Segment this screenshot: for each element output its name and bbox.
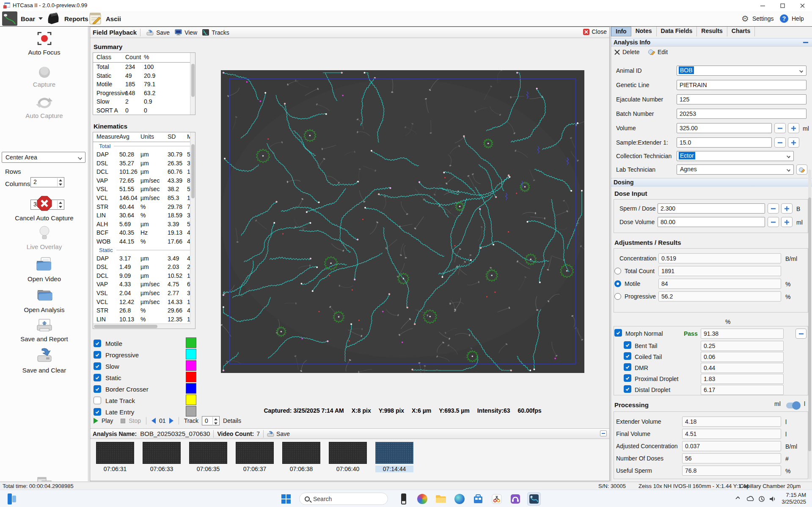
chevron-down-icon[interactable] bbox=[39, 17, 43, 20]
open-video-button[interactable]: Open Video bbox=[0, 256, 88, 282]
taskbar-app-3[interactable] bbox=[509, 492, 522, 506]
lab-technician-select[interactable]: Agnes bbox=[677, 164, 794, 175]
kinematics-row[interactable]: ALH5.69µm3.395 bbox=[93, 220, 195, 229]
video-thumbnail[interactable] bbox=[282, 442, 320, 464]
summary-row[interactable]: Static4920.9 bbox=[93, 71, 195, 80]
stop-icon[interactable] bbox=[121, 419, 125, 423]
tray-icon-2[interactable] bbox=[757, 492, 767, 506]
sperm-dose-increment-button[interactable] bbox=[781, 203, 793, 214]
stepper-arrows-icon[interactable] bbox=[57, 178, 63, 186]
distal-droplet-checkbox[interactable] bbox=[624, 385, 631, 393]
kinematics-row[interactable]: DAP50.28µm30.795 bbox=[93, 150, 195, 159]
capture-area-select[interactable]: Center Area bbox=[2, 152, 85, 163]
proximal-droplet-field[interactable]: 1.83 bbox=[701, 374, 784, 384]
number-of-doses-field[interactable]: 56 bbox=[682, 453, 781, 463]
taskbar-app-2[interactable] bbox=[416, 492, 429, 506]
maximize-button[interactable] bbox=[774, 0, 791, 11]
taskbar-snipping-tool[interactable] bbox=[490, 492, 504, 506]
coiled-tail-checkbox[interactable] bbox=[624, 352, 631, 360]
legend-item-static[interactable]: Static bbox=[94, 373, 195, 383]
cancel-auto-capture-button[interactable]: Cancel Auto Capture bbox=[0, 195, 88, 222]
batch-number-field[interactable]: 20253 bbox=[677, 109, 806, 119]
summary-row[interactable]: Progressive14863.2 bbox=[93, 89, 195, 98]
taskbar-clock[interactable]: 7:15 AM 3/25/2025 bbox=[782, 492, 806, 505]
analysis-info-header[interactable]: Analysis Info bbox=[611, 38, 812, 47]
minimize-button[interactable] bbox=[754, 0, 771, 11]
save-and-report-button[interactable]: Save and Report bbox=[0, 318, 88, 343]
collection-technician-select[interactable]: Ector bbox=[677, 151, 794, 161]
volume-field[interactable]: 325.00 bbox=[677, 123, 772, 133]
taskbar-widgets-icon[interactable] bbox=[5, 492, 19, 506]
kinematics-row[interactable]: DSL35.27µm26.353 bbox=[93, 159, 195, 168]
dose-volume-decrement-button[interactable] bbox=[768, 217, 779, 227]
extender-decrement-button[interactable] bbox=[774, 137, 786, 148]
video-thumbnail[interactable] bbox=[375, 442, 413, 464]
total-count-radio[interactable] bbox=[614, 268, 621, 274]
extender-increment-button[interactable] bbox=[788, 137, 799, 148]
auto-capture-button[interactable]: Auto Capture bbox=[0, 93, 88, 119]
sperm-dose-decrement-button[interactable] bbox=[768, 203, 779, 214]
checkbox[interactable] bbox=[94, 385, 101, 393]
start-button[interactable] bbox=[279, 492, 293, 506]
dose-volume-increment-button[interactable] bbox=[781, 217, 793, 227]
collapse-strip-button[interactable] bbox=[600, 430, 607, 436]
kinematics-row[interactable]: VCL12.42µm/sec14.331 bbox=[93, 298, 195, 307]
settings-button[interactable]: ⚙ Settings bbox=[741, 11, 774, 26]
close-field-button[interactable]: Close bbox=[583, 28, 607, 35]
capture-button[interactable]: Capture bbox=[0, 66, 88, 88]
save-field-button[interactable]: Save bbox=[144, 29, 172, 36]
legend-item-progressive[interactable]: Progressive bbox=[94, 350, 195, 360]
distal-droplet-field[interactable]: 6.17 bbox=[701, 385, 784, 395]
extender-volume-field[interactable]: 4.18 bbox=[682, 417, 781, 427]
tab-charts[interactable]: Charts bbox=[727, 27, 755, 36]
checkbox[interactable] bbox=[94, 351, 101, 359]
reports-menu-button[interactable]: Reports bbox=[46, 11, 88, 26]
save-icon[interactable] bbox=[267, 430, 274, 437]
checkbox[interactable] bbox=[94, 374, 101, 381]
video-thumbnail[interactable] bbox=[236, 442, 274, 464]
animal-id-select[interactable]: BOB bbox=[677, 66, 806, 76]
legend-item-slow[interactable]: Slow bbox=[94, 361, 195, 371]
legend-item-motile[interactable]: Motile bbox=[94, 338, 195, 348]
bent-tail-field[interactable]: 0.25 bbox=[701, 341, 784, 351]
morph-normal-checkbox[interactable] bbox=[614, 329, 622, 337]
summary-row[interactable]: Slow20.9 bbox=[93, 97, 195, 106]
tab-info[interactable]: Info bbox=[611, 27, 631, 36]
summary-row[interactable]: SORT A00 bbox=[93, 106, 195, 115]
summary-row[interactable]: Total234100 bbox=[93, 63, 195, 71]
genetic-line-field[interactable]: PIETRAIN bbox=[677, 80, 806, 90]
morph-collapse-button[interactable] bbox=[795, 329, 806, 339]
tray-icon-3[interactable] bbox=[768, 492, 778, 506]
kinematics-row[interactable]: VAP4.33µm/sec4.756 bbox=[93, 280, 195, 289]
video-thumbnail[interactable] bbox=[189, 442, 227, 464]
kinematics-row[interactable]: BCF40.35Hz19.134 bbox=[93, 228, 195, 237]
edit-technicians-button[interactable] bbox=[796, 164, 807, 175]
kinematics-row[interactable]: STR26.8%29.664 bbox=[93, 306, 195, 315]
tray-expand-icon[interactable] bbox=[735, 496, 740, 500]
kinematics-row[interactable]: WOB44.15%17.664 bbox=[93, 237, 195, 246]
checkbox[interactable] bbox=[94, 340, 101, 347]
auto-focus-button[interactable]: Auto Focus bbox=[0, 30, 88, 56]
tab-data-fields[interactable]: Data Fields bbox=[657, 27, 697, 36]
kinematics-row[interactable]: LIN30.64%18.593 bbox=[93, 211, 195, 220]
view-button[interactable]: View bbox=[172, 29, 200, 36]
kinematics-row[interactable]: DCL9.09µm10.521 bbox=[93, 271, 195, 280]
details-label[interactable]: Details bbox=[223, 417, 241, 424]
previous-frame-icon[interactable] bbox=[151, 418, 156, 424]
kinematics-row[interactable]: VSL2.04µm/sec2.773 bbox=[93, 289, 195, 298]
checkbox[interactable] bbox=[94, 408, 101, 416]
progressive-field[interactable]: 56.2 bbox=[658, 291, 781, 301]
concentration-field[interactable]: 0.519 bbox=[658, 253, 781, 263]
taskbar-store[interactable] bbox=[471, 492, 485, 506]
kinematics-row[interactable]: VCL146.04µm/sec85.31 bbox=[93, 194, 195, 203]
volume-decrement-button[interactable] bbox=[774, 123, 786, 133]
proximal-droplet-checkbox[interactable] bbox=[624, 374, 631, 382]
checkbox[interactable] bbox=[94, 362, 101, 370]
unit-toggle[interactable] bbox=[786, 403, 800, 408]
play-label[interactable]: Play bbox=[102, 417, 113, 424]
ejaculate-number-field[interactable]: 125 bbox=[677, 94, 806, 104]
legend-item-late-track[interactable]: Late Track bbox=[94, 395, 195, 406]
help-button[interactable]: ? Help bbox=[780, 11, 804, 26]
rows-stepper[interactable]: 2 bbox=[30, 177, 64, 187]
kinematics-vscrollbar[interactable] bbox=[190, 132, 195, 329]
